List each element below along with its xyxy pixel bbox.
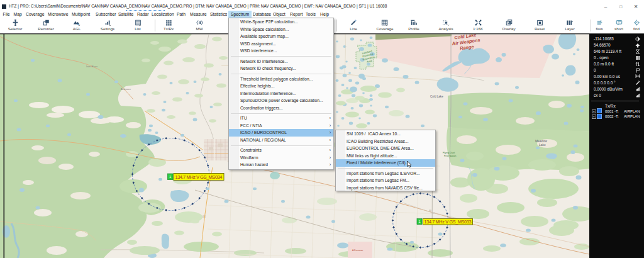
svg-text:First Nation: First Nation <box>444 155 456 157</box>
svg-text:1: 1 <box>418 220 420 223</box>
svg-text:Iron River: Iron River <box>86 65 98 68</box>
svg-text:134.7 MHz V GS_MS033: 134.7 MHz V GS_MS033 <box>425 219 472 225</box>
svg-text:134.7 MHz V GS_MS034: 134.7 MHz V GS_MS034 <box>175 174 223 180</box>
svg-text:Flying Dust: Flying Dust <box>443 152 455 154</box>
svg-text:A.Freeman: A.Freeman <box>352 249 363 252</box>
svg-text:Lake: Lake <box>539 143 546 147</box>
svg-text:Cold Lake: Cold Lake <box>430 95 443 98</box>
svg-text:Ardmore: Ardmore <box>121 87 131 91</box>
